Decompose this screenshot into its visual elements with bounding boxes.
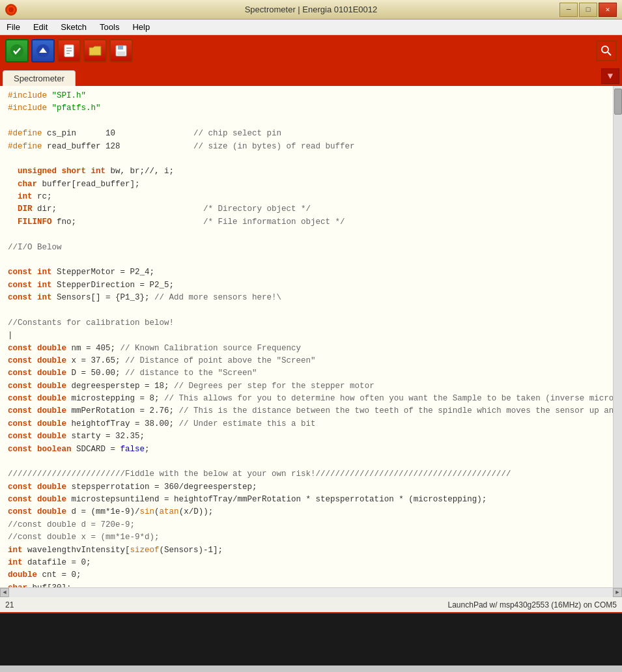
svg-rect-11 xyxy=(117,51,125,56)
open-button[interactable] xyxy=(83,39,107,63)
save-button[interactable] xyxy=(109,39,133,63)
verify-button[interactable] xyxy=(5,39,29,63)
svg-point-12 xyxy=(602,46,608,53)
new-button[interactable] xyxy=(57,39,81,63)
tab-spectrometer[interactable]: Spectrometer xyxy=(3,70,76,86)
restore-button[interactable]: □ xyxy=(579,3,597,17)
scrollbar-h-track[interactable] xyxy=(9,588,613,597)
scroll-right-button[interactable]: ▶ xyxy=(613,588,622,597)
window-controls: ─ □ ✕ xyxy=(559,3,617,17)
app-icon xyxy=(5,4,17,16)
console-panel xyxy=(0,612,622,665)
board-info: LaunchPad w/ msp430g2553 (16MHz) on COM5 xyxy=(448,600,617,609)
svg-line-13 xyxy=(608,52,611,55)
code-editor[interactable]: #include "SPI.h" #include "pfatfs.h" #de… xyxy=(0,86,613,587)
titlebar-left xyxy=(5,4,17,16)
menu-tools[interactable]: Tools xyxy=(93,21,126,33)
editor-area: #include "SPI.h" #include "pfatfs.h" #de… xyxy=(0,86,622,587)
vertical-scrollbar[interactable] xyxy=(613,86,622,587)
menubar: File Edit Sketch Tools Help xyxy=(0,20,622,35)
horizontal-scrollbar[interactable]: ◀ ▶ xyxy=(0,587,622,596)
tab-dropdown[interactable]: ▼ xyxy=(601,68,619,84)
scrollbar-thumb[interactable] xyxy=(614,89,622,115)
line-number: 21 xyxy=(5,600,14,609)
upload-button[interactable] xyxy=(31,39,55,63)
menu-sketch[interactable]: Sketch xyxy=(54,21,93,33)
menu-help[interactable]: Help xyxy=(126,21,156,33)
svg-rect-10 xyxy=(118,46,123,49)
search-button[interactable] xyxy=(596,40,617,61)
statusbar: 21 LaunchPad w/ msp430g2553 (16MHz) on C… xyxy=(0,596,622,612)
menu-edit[interactable]: Edit xyxy=(27,21,54,33)
menu-file[interactable]: File xyxy=(0,21,27,33)
minimize-button[interactable]: ─ xyxy=(559,3,578,17)
window-title: Spectrometer | Energia 0101E0012 xyxy=(0,5,622,14)
close-button[interactable]: ✕ xyxy=(599,3,617,17)
titlebar: Spectrometer | Energia 0101E0012 ─ □ ✕ xyxy=(0,0,622,20)
tabbar: Spectrometer ▼ xyxy=(0,66,622,86)
svg-point-1 xyxy=(8,7,14,12)
scroll-left-button[interactable]: ◀ xyxy=(0,588,9,597)
toolbar xyxy=(0,35,622,66)
